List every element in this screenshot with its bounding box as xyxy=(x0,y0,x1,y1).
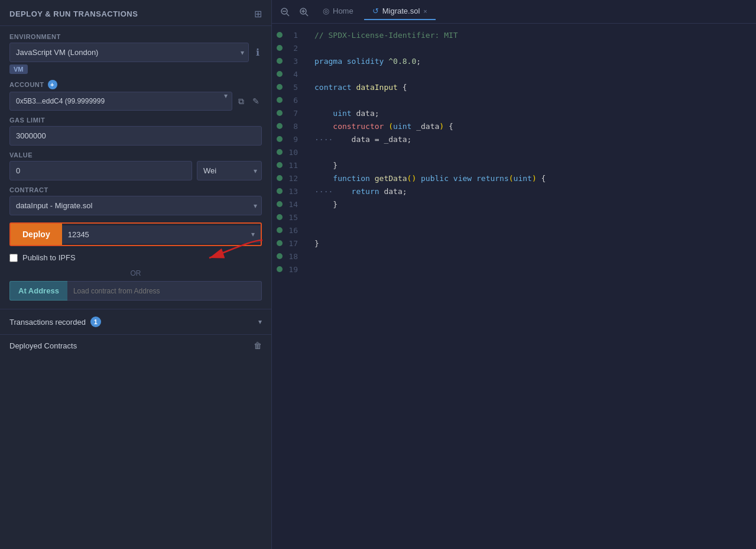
value-field: VALUE Wei Gwei Finney Ether ▾ xyxy=(9,151,262,180)
line-17: 17 xyxy=(272,237,305,250)
panel-icon[interactable]: ⊞ xyxy=(254,8,262,20)
edit-account-button[interactable]: ✎ xyxy=(250,94,262,108)
tab-bar: ◎ Home ↺ Migrate.sol × xyxy=(272,0,756,24)
breakpoint-dot-11[interactable] xyxy=(277,162,283,168)
value-unit-select[interactable]: Wei Gwei Finney Ether xyxy=(197,161,262,180)
code-line-18 xyxy=(305,250,756,263)
deployed-contracts-label: Deployed Contracts xyxy=(9,341,77,350)
copy-account-button[interactable]: ⧉ xyxy=(236,94,246,109)
breakpoint-dot-15[interactable] xyxy=(277,214,283,220)
at-address-input[interactable] xyxy=(67,281,262,301)
line-13: 13 xyxy=(272,185,305,198)
add-account-icon[interactable]: + xyxy=(48,80,57,89)
deploy-button[interactable]: Deploy xyxy=(11,224,62,245)
transactions-chevron-icon: ▾ xyxy=(258,318,262,326)
ipfs-checkbox[interactable] xyxy=(9,254,18,262)
breakpoint-dot-8[interactable] xyxy=(277,123,283,129)
at-address-button[interactable]: At Address xyxy=(9,281,67,301)
deploy-chevron-button[interactable]: ▾ xyxy=(245,225,261,243)
zoom-in-button[interactable] xyxy=(296,5,312,19)
account-label: ACCOUNT + xyxy=(9,80,262,89)
code-line-8: constructor (uint _data) { xyxy=(305,120,756,133)
environment-label: ENVIRONMENT xyxy=(9,33,262,40)
breakpoint-dot-17[interactable] xyxy=(277,240,283,246)
gas-limit-field: GAS LIMIT xyxy=(9,117,262,146)
breakpoint-dot-14[interactable] xyxy=(277,201,283,207)
gas-limit-label: GAS LIMIT xyxy=(9,117,262,124)
contract-label: CONTRACT xyxy=(9,186,262,193)
value-label: VALUE xyxy=(9,151,262,159)
svg-line-5 xyxy=(306,14,308,16)
line-5: 5 xyxy=(272,80,305,93)
line-6: 6 xyxy=(272,93,305,106)
home-tab-label: Home xyxy=(333,7,353,15)
tab-home[interactable]: ◎ Home xyxy=(314,3,362,20)
ipfs-label: Publish to IPFS xyxy=(22,253,76,262)
code-line-16 xyxy=(305,224,756,237)
migrate-tab-close-icon[interactable]: × xyxy=(423,8,427,15)
deploy-constructor-input[interactable] xyxy=(62,225,245,244)
line-19: 19 xyxy=(272,263,305,276)
or-divider: OR xyxy=(0,266,271,281)
line-10: 10 xyxy=(272,146,305,159)
panel-header: DEPLOY & RUN TRANSACTIONS ⊞ xyxy=(0,0,271,26)
transactions-label: Transactions recorded xyxy=(9,318,86,327)
code-line-7: uint data; xyxy=(305,106,756,120)
deploy-row: Deploy ▾ xyxy=(9,222,262,246)
code-line-11: } xyxy=(305,159,756,172)
line-1: 1 xyxy=(272,28,305,41)
code-line-13: ···· return data; xyxy=(305,185,756,198)
line-15: 15 xyxy=(272,211,305,224)
breakpoint-dot-2[interactable] xyxy=(277,45,283,51)
environment-select[interactable]: JavaScript VM (London) JavaScript VM (Be… xyxy=(9,43,249,62)
at-address-row: At Address xyxy=(9,281,262,301)
breakpoint-dot-19[interactable] xyxy=(277,266,283,272)
line-4: 4 xyxy=(272,67,305,80)
environment-info-icon[interactable]: ℹ xyxy=(254,44,262,60)
breakpoint-dot-1[interactable] xyxy=(277,32,283,38)
account-field: ACCOUNT + 0x5B3...eddC4 (99.9999999 ▾ ⧉ … xyxy=(9,80,262,111)
line-numbers: 1 2 3 4 5 6 7 8 9 10 11 12 13 14 15 16 1… xyxy=(272,24,305,549)
code-line-10 xyxy=(305,146,756,159)
clear-deployed-icon[interactable]: 🗑 xyxy=(254,341,262,350)
breakpoint-dot-5[interactable] xyxy=(277,84,283,90)
code-line-12: function getData() public view returns(u… xyxy=(305,172,756,185)
value-row: Wei Gwei Finney Ether ▾ xyxy=(9,161,262,180)
code-line-15 xyxy=(305,211,756,224)
home-tab-icon: ◎ xyxy=(323,7,329,15)
breakpoint-dot-9[interactable] xyxy=(277,136,283,142)
code-area: 1 2 3 4 5 6 7 8 9 10 11 12 13 14 15 16 1… xyxy=(272,24,756,549)
gas-limit-input[interactable] xyxy=(9,126,262,146)
migrate-tab-icon: ↺ xyxy=(372,7,379,15)
code-content: // SPDX-License-Identifier: MIT pragma s… xyxy=(305,24,756,549)
breakpoint-dot-16[interactable] xyxy=(277,227,283,233)
transactions-row[interactable]: Transactions recorded 1 ▾ xyxy=(9,317,262,327)
line-9: 9 xyxy=(272,133,305,146)
breakpoint-dot-3[interactable] xyxy=(277,58,283,64)
transactions-count-badge: 1 xyxy=(90,317,101,327)
breakpoint-dot-18[interactable] xyxy=(277,253,283,259)
breakpoint-dot-12[interactable] xyxy=(277,175,283,181)
breakpoint-dot-4[interactable] xyxy=(277,71,283,77)
panel-body: ENVIRONMENT JavaScript VM (London) JavaS… xyxy=(0,26,271,222)
value-input[interactable] xyxy=(9,161,192,180)
line-14: 14 xyxy=(272,198,305,211)
account-select[interactable]: 0x5B3...eddC4 (99.9999999 xyxy=(9,92,232,111)
breakpoint-dot-10[interactable] xyxy=(277,149,283,155)
breakpoint-dot-13[interactable] xyxy=(277,188,283,194)
zoom-out-button[interactable] xyxy=(277,5,293,19)
contract-field: CONTRACT dataInput - Migrate.sol ▾ xyxy=(9,186,262,215)
tab-migrate[interactable]: ↺ Migrate.sol × xyxy=(364,3,436,20)
panel-title: DEPLOY & RUN TRANSACTIONS xyxy=(9,9,138,18)
code-line-19 xyxy=(305,263,756,276)
line-12: 12 xyxy=(272,172,305,185)
contract-select[interactable]: dataInput - Migrate.sol xyxy=(9,196,262,215)
transactions-left: Transactions recorded 1 xyxy=(9,317,101,327)
transactions-section: Transactions recorded 1 ▾ xyxy=(0,309,271,334)
breakpoint-dot-7[interactable] xyxy=(277,110,283,116)
code-line-14: } xyxy=(305,198,756,211)
deploy-section: Deploy ▾ xyxy=(0,222,271,246)
breakpoint-dot-6[interactable] xyxy=(277,97,283,103)
code-line-17: } xyxy=(305,237,756,250)
environment-field: ENVIRONMENT JavaScript VM (London) JavaS… xyxy=(9,33,262,74)
